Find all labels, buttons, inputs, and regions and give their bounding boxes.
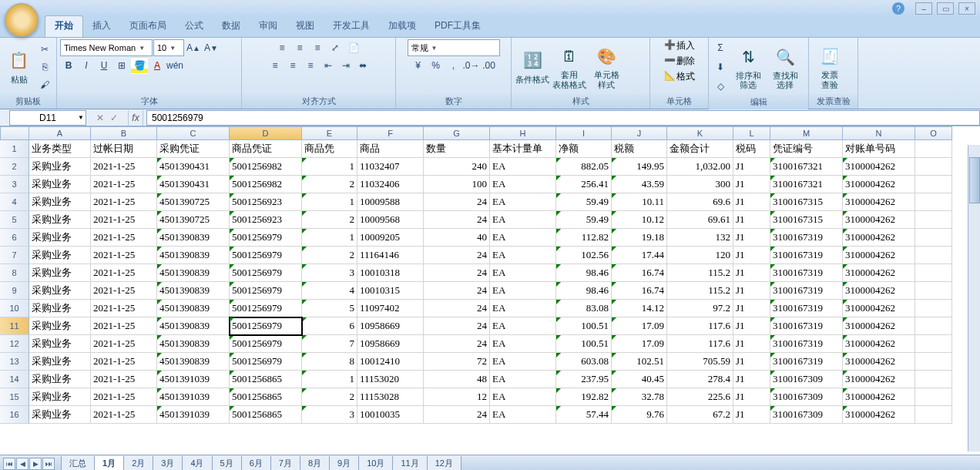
cell-16-D[interactable]: 5001256865: [230, 406, 302, 424]
col-head-J[interactable]: J: [612, 126, 667, 140]
col-head-E[interactable]: E: [302, 126, 357, 140]
cell-7-I[interactable]: 102.56: [556, 247, 612, 264]
cell-14-E[interactable]: 1: [302, 371, 357, 388]
cell-8-B[interactable]: 2021-1-25: [91, 264, 157, 282]
cell-11-G[interactable]: 24: [424, 317, 490, 335]
sheet-tab-12[interactable]: 12月: [427, 456, 461, 471]
cell-12-G[interactable]: 24: [424, 335, 490, 353]
row-head-13[interactable]: 13: [0, 353, 29, 371]
cell-14-K[interactable]: 278.4: [667, 371, 733, 388]
delete-cells-button[interactable]: ➖删除: [664, 55, 695, 68]
cell-9-O[interactable]: [915, 282, 952, 300]
invoice-check-button[interactable]: 🧾发票 查验: [812, 42, 847, 92]
cell-5-H[interactable]: EA: [490, 211, 556, 229]
decrease-font-button[interactable]: A▼: [203, 39, 220, 56]
cell-16-B[interactable]: 2021-1-25: [91, 406, 157, 424]
cell-1-C[interactable]: 采购凭证: [157, 140, 230, 158]
cell-10-C[interactable]: 4501390839: [157, 300, 230, 317]
cell-10-G[interactable]: 24: [424, 300, 490, 317]
sheet-tab-0[interactable]: 汇总: [61, 456, 95, 471]
cell-12-A[interactable]: 采购业务: [29, 335, 91, 353]
cell-15-E[interactable]: 2: [302, 388, 357, 406]
cell-3-I[interactable]: 256.41: [556, 176, 612, 193]
cell-2-H[interactable]: EA: [490, 158, 556, 176]
cell-16-M[interactable]: 3100167309: [770, 406, 843, 424]
ribbon-tab-7[interactable]: 开发工具: [324, 16, 379, 37]
cell-11-L[interactable]: J1: [733, 317, 770, 335]
row-head-7[interactable]: 7: [0, 247, 29, 264]
cell-14-H[interactable]: EA: [490, 371, 556, 388]
cell-14-B[interactable]: 2021-1-25: [91, 371, 157, 388]
cell-15-L[interactable]: J1: [733, 388, 770, 406]
cell-16-K[interactable]: 67.2: [667, 406, 733, 424]
cell-4-O[interactable]: [915, 193, 952, 211]
cell-13-N[interactable]: 3100004262: [843, 353, 915, 371]
cell-11-A[interactable]: 采购业务: [29, 317, 91, 335]
cell-9-J[interactable]: 16.74: [612, 282, 667, 300]
cell-4-K[interactable]: 69.6: [667, 193, 733, 211]
cell-16-L[interactable]: J1: [733, 406, 770, 424]
cell-10-A[interactable]: 采购业务: [29, 300, 91, 317]
cell-1-A[interactable]: 业务类型: [29, 140, 91, 158]
cell-12-H[interactable]: EA: [490, 335, 556, 353]
cell-11-C[interactable]: 4501390839: [157, 317, 230, 335]
font-name-combo[interactable]: Times New Roman▼: [60, 39, 153, 56]
sheet-tab-7[interactable]: 7月: [270, 456, 300, 471]
cell-16-C[interactable]: 4501391039: [157, 406, 230, 424]
wrap-text-button[interactable]: 📄: [344, 39, 364, 56]
cell-11-F[interactable]: 10958669: [357, 317, 424, 335]
cell-16-N[interactable]: 3100004262: [843, 406, 915, 424]
cell-11-D[interactable]: 5001256979: [230, 317, 302, 335]
cell-13-O[interactable]: [915, 353, 952, 371]
cell-3-A[interactable]: 采购业务: [29, 176, 91, 193]
cell-5-J[interactable]: 10.12: [612, 211, 667, 229]
cell-9-H[interactable]: EA: [490, 282, 556, 300]
cell-4-D[interactable]: 5001256923: [230, 193, 302, 211]
col-head-B[interactable]: B: [91, 126, 157, 140]
sheet-tab-3[interactable]: 3月: [153, 456, 183, 471]
cell-13-F[interactable]: 10012410: [357, 353, 424, 371]
cell-3-E[interactable]: 2: [302, 176, 357, 193]
cell-3-O[interactable]: [915, 176, 952, 193]
minimize-ribbon-button[interactable]: –: [915, 2, 932, 15]
ribbon-tab-1[interactable]: 插入: [83, 16, 120, 37]
cell-7-C[interactable]: 4501390839: [157, 247, 230, 264]
cell-6-A[interactable]: 采购业务: [29, 229, 91, 247]
cell-6-N[interactable]: 3100004262: [843, 229, 915, 247]
cell-4-F[interactable]: 10009588: [357, 193, 424, 211]
name-box[interactable]: D11▼: [9, 110, 86, 126]
percent-button[interactable]: %: [428, 57, 445, 74]
sort-filter-button[interactable]: ⇅排序和 筛选: [730, 42, 766, 92]
underline-button[interactable]: U: [96, 57, 112, 74]
ribbon-tab-3[interactable]: 公式: [176, 16, 213, 37]
cell-15-B[interactable]: 2021-1-25: [91, 388, 157, 406]
cell-6-D[interactable]: 5001256979: [230, 229, 302, 247]
cell-9-N[interactable]: 3100004262: [843, 282, 915, 300]
col-head-K[interactable]: K: [667, 126, 733, 140]
cell-7-O[interactable]: [915, 247, 952, 264]
cell-11-O[interactable]: [915, 317, 952, 335]
cell-2-O[interactable]: [915, 158, 952, 176]
cell-7-H[interactable]: EA: [490, 247, 556, 264]
row-head-15[interactable]: 15: [0, 388, 29, 406]
cell-12-D[interactable]: 5001256979: [230, 335, 302, 353]
cell-4-N[interactable]: 3100004262: [843, 193, 915, 211]
row-head-3[interactable]: 3: [0, 176, 29, 193]
cell-3-L[interactable]: J1: [733, 176, 770, 193]
cell-2-C[interactable]: 4501390431: [157, 158, 230, 176]
col-head-O[interactable]: O: [915, 126, 952, 140]
cell-2-I[interactable]: 882.05: [556, 158, 612, 176]
cell-1-K[interactable]: 金额合计: [667, 140, 733, 158]
cell-4-G[interactable]: 24: [424, 193, 490, 211]
increase-decimal-button[interactable]: .0→: [463, 57, 480, 74]
cell-5-O[interactable]: [915, 211, 952, 229]
cell-10-I[interactable]: 83.08: [556, 300, 612, 317]
cell-12-C[interactable]: 4501390839: [157, 335, 230, 353]
cell-7-K[interactable]: 120: [667, 247, 733, 264]
cell-5-B[interactable]: 2021-1-25: [91, 211, 157, 229]
cell-5-K[interactable]: 69.61: [667, 211, 733, 229]
cell-2-E[interactable]: 1: [302, 158, 357, 176]
cell-10-F[interactable]: 11097402: [357, 300, 424, 317]
align-top-button[interactable]: ≡: [274, 39, 290, 56]
cell-9-B[interactable]: 2021-1-25: [91, 282, 157, 300]
